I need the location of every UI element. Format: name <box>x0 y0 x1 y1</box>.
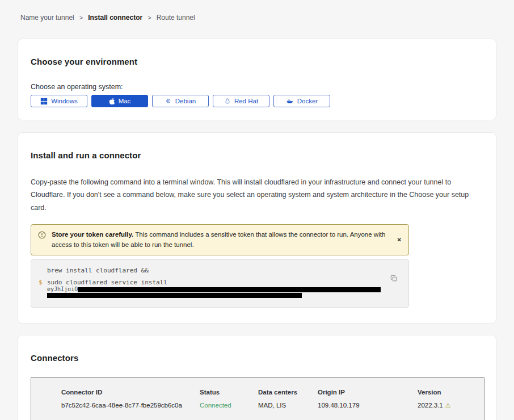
docker-logo-icon <box>286 97 294 105</box>
version-number: 2022.3.1 <box>418 402 443 409</box>
prompt-spacer <box>39 267 47 274</box>
circle-exclamation-icon <box>38 231 46 250</box>
col-data-centers: Data centers <box>258 389 318 396</box>
breadcrumb-name-your-tunnel[interactable]: Name your tunnel <box>20 14 74 22</box>
os-button-redhat[interactable]: Red Hat <box>213 95 269 107</box>
connector-id-value: b7c52c42-6caa-48ee-8c77-fbe259cb6c0a <box>61 402 200 409</box>
os-button-label: Mac <box>119 98 131 104</box>
token-prefix: eyJhIjoiO <box>47 287 78 292</box>
code-line-1: brew install cloudflared && <box>39 267 382 274</box>
redacted-token-bar <box>78 287 381 292</box>
code-line-1-text: brew install cloudflared && <box>47 267 149 274</box>
data-centers-value: MAD, LIS <box>258 402 318 409</box>
os-button-label: Docker <box>297 98 318 104</box>
windows-logo-icon <box>40 98 48 105</box>
choose-environment-title: Choose your environment <box>31 57 483 66</box>
col-version: Version <box>418 389 484 396</box>
os-select-label: Choose an operating system: <box>31 83 483 91</box>
table-header-row: Connector ID Status Data centers Origin … <box>61 389 484 396</box>
os-button-mac[interactable]: Mac <box>91 95 148 107</box>
origin-ip-value: 109.48.10.179 <box>318 402 418 409</box>
choose-environment-card: Choose your environment Choose an operat… <box>18 39 496 120</box>
install-connector-title: Install and run a connector <box>31 150 483 160</box>
connectors-title: Connectors <box>31 353 483 363</box>
breadcrumb-separator: > <box>148 14 151 21</box>
breadcrumb-separator: > <box>79 14 83 21</box>
os-button-windows[interactable]: Windows <box>31 95 87 107</box>
col-connector-id: Connector ID <box>61 389 200 396</box>
page: Name your tunnel > Install connector > R… <box>0 14 514 420</box>
debian-logo-icon <box>165 98 172 104</box>
os-button-debian[interactable]: Debian <box>152 95 209 107</box>
status-badge: Connected <box>200 402 258 409</box>
warning-triangle-icon[interactable]: ⚠ <box>445 402 451 409</box>
table-row: b7c52c42-6caa-48ee-8c77-fbe259cb6c0a Con… <box>61 402 484 409</box>
os-button-docker[interactable]: Docker <box>273 95 330 107</box>
redacted-token-bar <box>47 293 302 298</box>
os-button-label: Red Hat <box>234 98 258 104</box>
os-button-label: Windows <box>51 98 78 104</box>
version-value: 2022.3.1 ⚠ <box>418 402 484 409</box>
breadcrumb-install-connector[interactable]: Install connector <box>88 14 142 22</box>
connectors-table: Connector ID Status Data centers Origin … <box>31 377 484 420</box>
col-origin-ip: Origin IP <box>318 389 418 396</box>
alert-title: Store your token carefully. <box>52 231 133 238</box>
shell-prompt: $ <box>39 279 47 286</box>
token-line: eyJhIjoiO <box>39 287 382 292</box>
col-status: Status <box>200 389 258 396</box>
close-icon[interactable]: ✕ <box>397 237 402 243</box>
code-line-2-text: sudo cloudflared service install <box>47 279 167 286</box>
redhat-logo-icon <box>224 98 231 104</box>
os-button-group: Windows Mac Debian <box>31 95 483 107</box>
install-command-codeblock: brew install cloudflared && $ sudo cloud… <box>31 259 409 308</box>
alert-text: Store your token carefully. This command… <box>52 229 386 250</box>
breadcrumb-route-tunnel[interactable]: Route tunnel <box>157 14 195 22</box>
breadcrumb: Name your tunnel > Install connector > R… <box>20 14 496 22</box>
install-description: Copy-paste the following command into a … <box>31 176 482 214</box>
apple-logo-icon <box>109 98 115 105</box>
token-warning-alert: Store your token carefully. This command… <box>31 224 409 255</box>
connectors-card: Connectors Connector ID Status Data cent… <box>18 335 496 420</box>
copy-icon[interactable] <box>390 275 398 282</box>
install-connector-card: Install and run a connector Copy-paste t… <box>18 132 496 324</box>
code-line-2: $ sudo cloudflared service install <box>39 279 382 286</box>
os-button-label: Debian <box>175 98 196 104</box>
token-line-2 <box>39 292 382 300</box>
